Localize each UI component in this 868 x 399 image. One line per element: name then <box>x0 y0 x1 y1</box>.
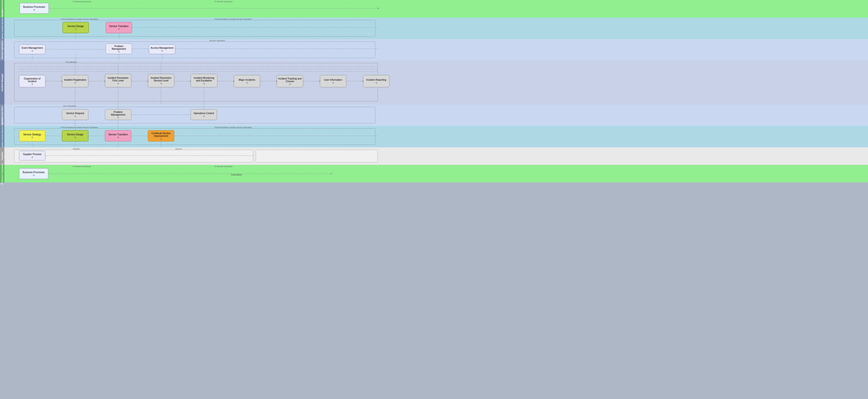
svg-marker-23 <box>276 80 277 82</box>
svg-marker-1 <box>378 7 379 9</box>
svg-marker-27 <box>363 80 364 82</box>
connector-row2 <box>4 18 868 39</box>
lane-service-operation-top: Service Operation Service Operation Even… <box>0 39 868 61</box>
connector-row4 <box>4 61 395 104</box>
lane-supplier: Supplier Supplier Internal Supplier Proc… <box>0 147 868 165</box>
svg-marker-21 <box>233 80 235 82</box>
lane-itsm-disciplines-bottom: ITSM Disciplines outside Service Operati… <box>0 126 868 147</box>
lane-it-service-consumer-top: IT Service Consumer IT Service Consumer … <box>0 0 868 18</box>
svg-marker-13 <box>61 80 63 82</box>
transition-label: Transition <box>230 173 242 176</box>
lane-label-itsm-top: ITSM Disciplines outside Service Operati… <box>0 18 4 39</box>
connector-row3 <box>4 39 868 61</box>
connector-row7 <box>4 147 395 165</box>
svg-marker-25 <box>319 80 321 82</box>
connector-row5 <box>4 104 395 126</box>
connector-row8 <box>4 165 395 182</box>
lane-it-service-consumer-bottom: IT Service Consumer IT Service Consumer … <box>0 165 868 182</box>
lane-label-supplier: Supplier <box>0 147 4 165</box>
svg-marker-56 <box>331 173 332 174</box>
lane-content-row7: Supplier Internal Supplier Process ⊞ <box>4 147 868 165</box>
lane-content-row5: User Operation Service Request ⊞ Problem… <box>4 104 868 126</box>
lane-incident-manager: Incident Manager Tier Manager Organizati… <box>0 61 868 104</box>
connector-row1 <box>4 0 868 18</box>
lane-content-row6: ITSM Disciplines outside Service Operati… <box>4 126 868 147</box>
lane-content-row4: Tier Manager Organization of Incident ⊞ … <box>4 61 868 104</box>
lane-label-itsm-bottom: ITSM Disciplines outside Service Operati… <box>0 126 4 147</box>
lane-service-operation-bottom: Service Operation User Operation Service… <box>0 104 868 126</box>
diagram-container: IT Service Consumer IT Service Consumer … <box>0 0 868 399</box>
svg-marker-19 <box>190 80 191 82</box>
lane-label-it-service-consumer-bottom: IT Service Consumer <box>0 165 4 182</box>
connector-row6 <box>4 126 395 147</box>
lane-content-row8: IT Service Consumer IT Service Consumer … <box>4 165 868 182</box>
lane-content-row3: Service Operation Event Management ⊞ Pro… <box>4 39 868 61</box>
svg-marker-15 <box>104 80 106 82</box>
lane-content-row1: IT Service Consumer IT Service Consumer … <box>4 0 868 18</box>
lane-label-incident-manager: Incident Manager <box>0 61 4 104</box>
svg-marker-17 <box>147 80 149 82</box>
lane-content-row2: ITSM Disciplines outside Service Operati… <box>4 18 868 39</box>
lane-label-service-op-top: Service Operation <box>0 39 4 61</box>
lane-itsm-disciplines-top: ITSM Disciplines outside Service Operati… <box>0 18 868 39</box>
